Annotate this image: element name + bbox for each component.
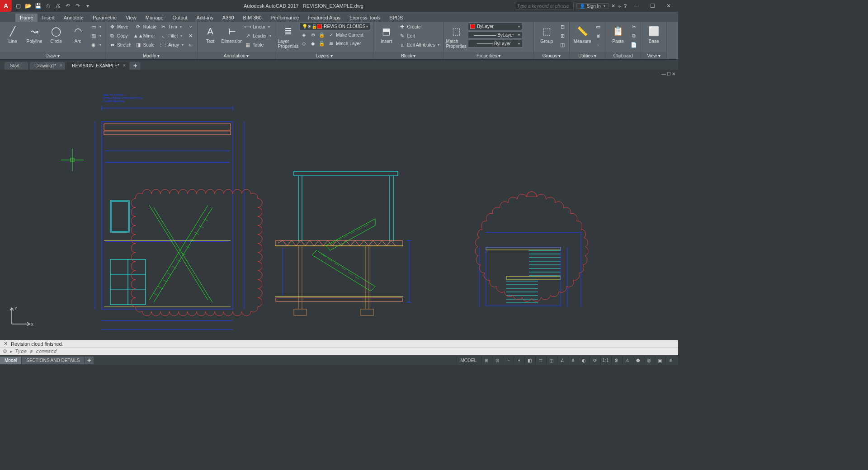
drawing-canvas[interactable]: — ☐ ✕ — [0, 70, 678, 340]
layer-freeze[interactable]: ❄ — [309, 31, 317, 39]
cmd-text[interactable]: AText — [200, 23, 220, 44]
cmd-move[interactable]: ✥Move — [108, 23, 132, 31]
cmd-edit-attributes[interactable]: aEdit Attributes▾ — [398, 41, 440, 49]
otrack-icon[interactable]: ∠ — [557, 356, 567, 364]
clip-cut[interactable]: ✂ — [630, 23, 638, 31]
cmd-dimension[interactable]: ⊢Dimension — [222, 23, 242, 44]
doc-tab-new[interactable]: ✚ — [130, 62, 141, 70]
cmd-circle[interactable]: ◯Circle — [46, 23, 66, 44]
lineweight-icon[interactable]: ≡ — [568, 356, 578, 364]
panel-title-properties[interactable]: Properties ▾ — [443, 52, 533, 59]
doc-tab-revision-example[interactable]: REVISION_EXAMPLE*✕ — [66, 62, 128, 70]
cmd-line[interactable]: ╱Line — [3, 23, 23, 44]
clip-copybase[interactable]: 📄 — [630, 41, 638, 49]
annotation-monitor-icon[interactable]: ⚠ — [622, 356, 632, 364]
command-options-icon[interactable]: ⚙ — [2, 348, 8, 354]
tab-featured-apps[interactable]: Featured Apps — [304, 14, 345, 22]
grid-toggle-icon[interactable]: ⊞ — [481, 356, 491, 364]
draw-extra-2[interactable]: ▨▾ — [90, 32, 102, 40]
polar-toggle-icon[interactable]: ✶ — [514, 356, 524, 364]
cmd-stretch[interactable]: ⇔Stretch — [108, 41, 132, 49]
ortho-toggle-icon[interactable]: └ — [503, 356, 513, 364]
help-search-input[interactable] — [515, 2, 574, 10]
qat-dropdown-icon[interactable]: ▾ — [83, 1, 92, 10]
clean-screen-icon[interactable]: ▣ — [655, 356, 665, 364]
cmd-fillet[interactable]: ◟Fillet▾ — [159, 32, 184, 40]
cmd-trim[interactable]: ✂Trim▾ — [159, 23, 184, 31]
minimize-button[interactable]: — — [629, 1, 643, 10]
tab-home[interactable]: Home — [15, 14, 38, 22]
cmd-table[interactable]: ▦Table — [244, 41, 272, 49]
layer-on[interactable]: ◆ — [309, 39, 317, 47]
annotation-scale-icon[interactable]: 1:1 — [600, 356, 610, 364]
tab-insert[interactable]: Insert — [38, 14, 59, 22]
cmd-block-edit[interactable]: ✎Edit — [398, 32, 440, 40]
cmd-copy[interactable]: ⧉Copy — [108, 32, 132, 40]
layout-tab-sections[interactable]: SECTIONS AND DETAILS — [22, 357, 84, 364]
linetype-dropdown[interactable]: ───── ByLayer▾ — [468, 40, 522, 47]
layout-tab-new[interactable]: ✚ — [85, 357, 94, 364]
draw-extra-1[interactable]: ▭▾ — [90, 23, 102, 31]
qat-plot-icon[interactable]: 🖨 — [53, 1, 62, 10]
cmd-group[interactable]: ⬚Group — [537, 23, 557, 44]
qat-open-icon[interactable]: 📂 — [24, 1, 33, 10]
isolate-objects-icon[interactable]: ◎ — [644, 356, 654, 364]
sign-in-button[interactable]: 👤 Sign In ▾ — [576, 3, 609, 9]
exchange-apps-icon[interactable]: ✕ — [611, 3, 615, 9]
workspace-icon[interactable]: ⚙ — [611, 356, 621, 364]
cmd-layer-properties[interactable]: ≣LayerProperties — [278, 23, 298, 49]
panel-title-utilities[interactable]: Utilities ▾ — [570, 52, 605, 59]
tab-express-tools[interactable]: Express Tools — [345, 14, 385, 22]
snap-toggle-icon[interactable]: ⊡ — [492, 356, 502, 364]
util-extra-2[interactable]: 🖩 — [594, 32, 602, 40]
cmd-polyline[interactable]: ↝Polyline — [24, 23, 44, 44]
3dosnap-icon[interactable]: ◫ — [546, 356, 556, 364]
cmd-rotate[interactable]: ⟳Rotate — [134, 23, 157, 31]
qat-save-icon[interactable]: 💾 — [33, 1, 42, 10]
util-extra-3[interactable]: · — [594, 41, 602, 49]
modify-extra-1[interactable]: ⚬ — [186, 23, 194, 31]
cmd-block-create[interactable]: ✚Create — [398, 23, 440, 31]
cmd-arc[interactable]: ◠Arc — [68, 23, 88, 44]
tab-annotate[interactable]: Annotate — [59, 14, 88, 22]
panel-title-view[interactable]: View ▾ — [641, 52, 666, 59]
panel-title-annotation[interactable]: Annotation ▾ — [198, 52, 275, 59]
doc-tab-start[interactable]: Start — [5, 62, 29, 70]
layer-unlock[interactable]: 🔓 — [318, 39, 326, 47]
cmd-mirror[interactable]: ▲▲Mirror — [134, 32, 157, 40]
tab-parametric[interactable]: Parametric — [88, 14, 121, 22]
layer-off[interactable]: ◇ — [300, 39, 308, 47]
selection-cycling-icon[interactable]: ⟳ — [590, 356, 599, 364]
tab-view[interactable]: View — [121, 14, 141, 22]
color-dropdown[interactable]: ByLayer▾ — [468, 23, 522, 30]
layer-iso[interactable]: ◈ — [300, 31, 308, 39]
command-line[interactable]: ⚙ ▸ — [0, 347, 678, 355]
stay-connected-icon[interactable]: ⟐ — [618, 3, 621, 9]
util-extra-1[interactable]: ▭ — [594, 23, 602, 31]
qat-new-icon[interactable]: ▢ — [14, 1, 23, 10]
panel-title-modify[interactable]: Modify ▾ — [105, 52, 197, 59]
help-icon[interactable]: ? — [624, 3, 627, 9]
cmd-array[interactable]: ⋮⋮Array▾ — [159, 41, 184, 49]
panel-title-block[interactable]: Block ▾ — [373, 52, 443, 59]
app-menu-icon[interactable]: A — [0, 0, 12, 12]
qat-saveas-icon[interactable]: ⎙ — [43, 1, 52, 10]
panel-title-groups[interactable]: Groups ▾ — [534, 52, 569, 59]
modify-extra-2[interactable]: ✕ — [186, 32, 194, 40]
lineweight-dropdown[interactable]: ――――― ByLayer▾ — [468, 31, 522, 39]
cmd-scale[interactable]: ◨Scale — [134, 41, 157, 49]
layer-dropdown[interactable]: 💡☀🔓REVISION CLOUDS ▾ — [300, 23, 370, 30]
cmd-match-layer[interactable]: ≋Match Layer — [327, 39, 362, 47]
hardware-accel-icon[interactable]: ⬣ — [633, 356, 643, 364]
cmd-base[interactable]: ⬜Base — [644, 23, 664, 44]
tab-addins[interactable]: Add-ins — [192, 14, 218, 22]
maximize-button[interactable]: ☐ — [646, 1, 659, 10]
clip-copy[interactable]: ⧉ — [630, 32, 638, 40]
cmd-insert[interactable]: ⬒Insert — [376, 23, 396, 44]
doc-tab-drawing1[interactable]: Drawing1*✕ — [30, 62, 66, 70]
close-icon[interactable]: ✕ — [123, 63, 126, 68]
tab-output[interactable]: Output — [168, 14, 192, 22]
group-extra-1[interactable]: ⊟ — [558, 23, 566, 31]
layer-lock[interactable]: 🔒 — [318, 31, 326, 39]
group-extra-2[interactable]: ⊞ — [558, 32, 566, 40]
